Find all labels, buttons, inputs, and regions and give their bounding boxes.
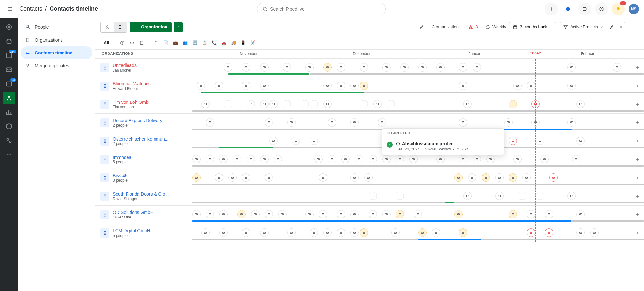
activity-marker[interactable] — [436, 63, 445, 72]
add-activity-button[interactable] — [634, 174, 641, 182]
activity-marker[interactable] — [369, 155, 377, 163]
activity-marker[interactable] — [468, 173, 476, 182]
activity-marker[interactable] — [531, 100, 540, 108]
filter-cut[interactable]: ✂️ — [248, 38, 257, 47]
activity-marker[interactable] — [242, 173, 250, 182]
activity-marker[interactable] — [314, 155, 323, 163]
sidebar-item-contacts-timeline[interactable]: Contacts timeline — [21, 46, 92, 59]
activity-marker[interactable] — [382, 63, 391, 72]
activity-marker[interactable] — [323, 63, 332, 72]
activity-marker[interactable] — [527, 228, 535, 237]
activity-marker[interactable] — [323, 228, 332, 237]
activity-marker[interactable] — [215, 82, 223, 90]
activity-marker[interactable] — [337, 210, 345, 218]
add-activity-button[interactable] — [634, 119, 641, 127]
activity-marker[interactable] — [459, 155, 467, 163]
org-name-link[interactable]: Immodea — [113, 155, 186, 160]
rail-projects[interactable]: 236 — [3, 49, 15, 62]
filter-email[interactable] — [128, 38, 137, 47]
add-activity-button[interactable] — [634, 192, 641, 200]
activity-marker[interactable] — [219, 210, 228, 218]
activity-marker[interactable] — [567, 82, 576, 90]
activity-marker[interactable] — [360, 100, 368, 108]
activity-marker[interactable] — [192, 210, 201, 218]
activity-marker[interactable] — [237, 210, 246, 218]
activity-marker[interactable] — [518, 192, 526, 200]
activity-marker[interactable] — [495, 173, 504, 182]
org-name-link[interactable]: South Florida Doors & Clo... — [113, 191, 186, 197]
activity-marker[interactable] — [360, 82, 368, 90]
org-name-link[interactable]: Biss 45 — [113, 173, 186, 178]
activity-marker[interactable] — [260, 63, 269, 72]
rail-contacts[interactable] — [3, 92, 15, 104]
activity-marker[interactable] — [341, 155, 350, 163]
activity-marker[interactable] — [350, 82, 359, 90]
rail-marketplace[interactable] — [3, 134, 15, 147]
add-activity-button[interactable] — [634, 82, 641, 90]
activity-marker[interactable] — [305, 210, 314, 218]
user-avatar[interactable]: NS — [629, 4, 639, 14]
activity-marker[interactable] — [265, 118, 273, 127]
activity-marker[interactable] — [328, 118, 336, 127]
activity-marker[interactable] — [373, 100, 382, 108]
activity-marker[interactable] — [197, 82, 205, 90]
search-input[interactable] — [270, 6, 380, 12]
activity-marker[interactable] — [350, 210, 359, 218]
rail-insights[interactable] — [3, 106, 15, 119]
activity-marker[interactable] — [201, 100, 210, 108]
activity-marker[interactable] — [454, 210, 463, 218]
activity-marker[interactable] — [242, 82, 250, 90]
rail-products[interactable] — [3, 120, 15, 133]
activity-marker[interactable] — [576, 210, 585, 218]
sidebar-item-organizations[interactable]: Organizations — [18, 34, 95, 46]
activity-marker[interactable] — [319, 173, 327, 182]
activity-marker[interactable] — [219, 228, 228, 237]
activity-marker[interactable] — [613, 63, 621, 72]
activity-marker[interactable] — [233, 155, 241, 163]
filter-truck[interactable]: 🚚 — [229, 38, 238, 47]
org-name-link[interactable]: Unitedleads — [113, 63, 186, 68]
app-switcher-button[interactable] — [562, 3, 574, 15]
add-activity-button[interactable] — [634, 101, 641, 108]
filter-clock[interactable]: ⏱ — [152, 38, 161, 47]
activity-marker[interactable] — [527, 210, 535, 218]
activity-marker[interactable] — [463, 100, 472, 108]
activity-marker[interactable] — [305, 63, 314, 72]
activity-marker[interactable] — [409, 155, 418, 163]
activity-marker[interactable] — [242, 63, 250, 72]
activity-marker[interactable] — [369, 192, 377, 200]
activity-marker[interactable] — [319, 210, 327, 218]
activity-marker[interactable] — [378, 118, 386, 127]
filter-all-button[interactable]: All — [100, 40, 112, 45]
filter-call[interactable]: 📞 — [210, 38, 219, 47]
activity-marker[interactable] — [269, 137, 278, 145]
activity-marker[interactable] — [391, 228, 400, 237]
activity-marker[interactable] — [463, 192, 472, 200]
activity-marker[interactable] — [206, 118, 214, 127]
activity-marker[interactable] — [242, 228, 250, 237]
quick-add-button[interactable] — [545, 3, 558, 15]
add-activity-button[interactable] — [634, 229, 641, 237]
activity-marker[interactable] — [509, 100, 517, 108]
activity-marker[interactable] — [215, 173, 223, 182]
filter-car[interactable]: 🚗 — [219, 38, 228, 47]
activity-marker[interactable] — [323, 82, 332, 90]
rail-campaigns[interactable] — [3, 63, 15, 76]
activity-marker[interactable] — [531, 118, 540, 127]
activity-marker[interactable] — [260, 100, 269, 108]
activity-marker[interactable] — [265, 173, 273, 182]
activity-marker[interactable] — [350, 118, 359, 127]
marketplace-button[interactable] — [578, 3, 591, 15]
activity-marker[interactable] — [396, 210, 404, 218]
activity-marker[interactable] — [572, 155, 580, 163]
filter-note[interactable] — [137, 38, 146, 47]
activity-marker[interactable] — [260, 228, 269, 237]
activity-marker[interactable] — [454, 173, 463, 182]
activity-marker[interactable] — [414, 210, 422, 218]
activity-marker[interactable] — [292, 137, 300, 145]
activity-marker[interactable] — [418, 63, 427, 72]
sales-assistant-button[interactable] — [612, 3, 625, 15]
activity-marker[interactable] — [567, 63, 576, 72]
activity-marker[interactable] — [350, 228, 359, 237]
activity-marker[interactable] — [436, 155, 445, 163]
